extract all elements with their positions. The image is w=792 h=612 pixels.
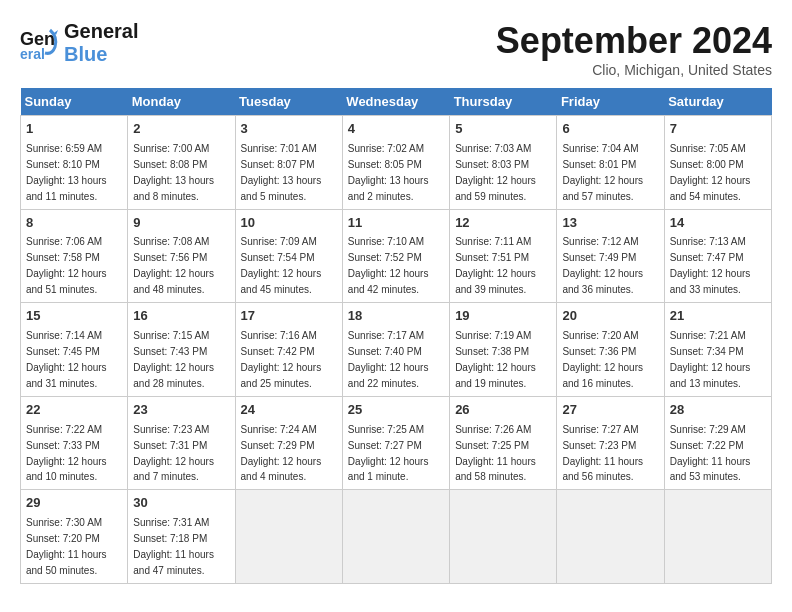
calendar-row-2: 8Sunrise: 7:06 AMSunset: 7:58 PMDaylight… [21, 209, 772, 303]
day-cell-3: 3Sunrise: 7:01 AMSunset: 8:07 PMDaylight… [235, 116, 342, 210]
day-number: 10 [241, 214, 337, 233]
header-monday: Monday [128, 88, 235, 116]
header-friday: Friday [557, 88, 664, 116]
day-cell-25: 25Sunrise: 7:25 AMSunset: 7:27 PMDayligh… [342, 396, 449, 490]
day-cell-7: 7Sunrise: 7:05 AMSunset: 8:00 PMDaylight… [664, 116, 771, 210]
day-info: Sunrise: 7:27 AMSunset: 7:23 PMDaylight:… [562, 424, 643, 483]
day-info: Sunrise: 6:59 AMSunset: 8:10 PMDaylight:… [26, 143, 107, 202]
day-info: Sunrise: 7:16 AMSunset: 7:42 PMDaylight:… [241, 330, 322, 389]
day-number: 30 [133, 494, 229, 513]
day-info: Sunrise: 7:12 AMSunset: 7:49 PMDaylight:… [562, 236, 643, 295]
day-number: 28 [670, 401, 766, 420]
day-info: Sunrise: 7:17 AMSunset: 7:40 PMDaylight:… [348, 330, 429, 389]
day-info: Sunrise: 7:05 AMSunset: 8:00 PMDaylight:… [670, 143, 751, 202]
day-cell-23: 23Sunrise: 7:23 AMSunset: 7:31 PMDayligh… [128, 396, 235, 490]
day-number: 11 [348, 214, 444, 233]
day-number: 20 [562, 307, 658, 326]
day-info: Sunrise: 7:01 AMSunset: 8:07 PMDaylight:… [241, 143, 322, 202]
day-number: 12 [455, 214, 551, 233]
day-number: 6 [562, 120, 658, 139]
day-number: 29 [26, 494, 122, 513]
day-info: Sunrise: 7:04 AMSunset: 8:01 PMDaylight:… [562, 143, 643, 202]
day-cell-18: 18Sunrise: 7:17 AMSunset: 7:40 PMDayligh… [342, 303, 449, 397]
day-number: 3 [241, 120, 337, 139]
day-cell-4: 4Sunrise: 7:02 AMSunset: 8:05 PMDaylight… [342, 116, 449, 210]
logo: Gen eral General Blue [20, 20, 138, 66]
day-info: Sunrise: 7:06 AMSunset: 7:58 PMDaylight:… [26, 236, 107, 295]
day-number: 8 [26, 214, 122, 233]
empty-cell [557, 490, 664, 584]
day-number: 4 [348, 120, 444, 139]
day-cell-26: 26Sunrise: 7:26 AMSunset: 7:25 PMDayligh… [450, 396, 557, 490]
day-number: 17 [241, 307, 337, 326]
day-number: 2 [133, 120, 229, 139]
day-cell-8: 8Sunrise: 7:06 AMSunset: 7:58 PMDaylight… [21, 209, 128, 303]
calendar-row-3: 15Sunrise: 7:14 AMSunset: 7:45 PMDayligh… [21, 303, 772, 397]
day-cell-1: 1Sunrise: 6:59 AMSunset: 8:10 PMDaylight… [21, 116, 128, 210]
day-number: 15 [26, 307, 122, 326]
empty-cell [342, 490, 449, 584]
day-number: 16 [133, 307, 229, 326]
day-info: Sunrise: 7:31 AMSunset: 7:18 PMDaylight:… [133, 517, 214, 576]
day-cell-17: 17Sunrise: 7:16 AMSunset: 7:42 PMDayligh… [235, 303, 342, 397]
day-cell-22: 22Sunrise: 7:22 AMSunset: 7:33 PMDayligh… [21, 396, 128, 490]
day-cell-30: 30Sunrise: 7:31 AMSunset: 7:18 PMDayligh… [128, 490, 235, 584]
logo-line1: General [64, 20, 138, 43]
day-number: 13 [562, 214, 658, 233]
day-number: 7 [670, 120, 766, 139]
day-info: Sunrise: 7:13 AMSunset: 7:47 PMDaylight:… [670, 236, 751, 295]
day-cell-24: 24Sunrise: 7:24 AMSunset: 7:29 PMDayligh… [235, 396, 342, 490]
calendar-row-5: 29Sunrise: 7:30 AMSunset: 7:20 PMDayligh… [21, 490, 772, 584]
day-info: Sunrise: 7:11 AMSunset: 7:51 PMDaylight:… [455, 236, 536, 295]
day-cell-11: 11Sunrise: 7:10 AMSunset: 7:52 PMDayligh… [342, 209, 449, 303]
day-cell-14: 14Sunrise: 7:13 AMSunset: 7:47 PMDayligh… [664, 209, 771, 303]
day-cell-15: 15Sunrise: 7:14 AMSunset: 7:45 PMDayligh… [21, 303, 128, 397]
day-info: Sunrise: 7:20 AMSunset: 7:36 PMDaylight:… [562, 330, 643, 389]
location: Clio, Michigan, United States [496, 62, 772, 78]
day-info: Sunrise: 7:29 AMSunset: 7:22 PMDaylight:… [670, 424, 751, 483]
day-info: Sunrise: 7:26 AMSunset: 7:25 PMDaylight:… [455, 424, 536, 483]
day-info: Sunrise: 7:08 AMSunset: 7:56 PMDaylight:… [133, 236, 214, 295]
calendar-table: Sunday Monday Tuesday Wednesday Thursday… [20, 88, 772, 584]
day-info: Sunrise: 7:14 AMSunset: 7:45 PMDaylight:… [26, 330, 107, 389]
title-block: September 2024 Clio, Michigan, United St… [496, 20, 772, 78]
day-cell-9: 9Sunrise: 7:08 AMSunset: 7:56 PMDaylight… [128, 209, 235, 303]
day-info: Sunrise: 7:30 AMSunset: 7:20 PMDaylight:… [26, 517, 107, 576]
svg-text:eral: eral [20, 46, 45, 61]
day-number: 9 [133, 214, 229, 233]
day-number: 22 [26, 401, 122, 420]
empty-cell [450, 490, 557, 584]
day-number: 27 [562, 401, 658, 420]
header-tuesday: Tuesday [235, 88, 342, 116]
header-wednesday: Wednesday [342, 88, 449, 116]
day-info: Sunrise: 7:09 AMSunset: 7:54 PMDaylight:… [241, 236, 322, 295]
header-thursday: Thursday [450, 88, 557, 116]
day-info: Sunrise: 7:03 AMSunset: 8:03 PMDaylight:… [455, 143, 536, 202]
calendar-row-1: 1Sunrise: 6:59 AMSunset: 8:10 PMDaylight… [21, 116, 772, 210]
page-header: Gen eral General Blue September 2024 Cli… [20, 20, 772, 78]
weekday-header-row: Sunday Monday Tuesday Wednesday Thursday… [21, 88, 772, 116]
day-info: Sunrise: 7:00 AMSunset: 8:08 PMDaylight:… [133, 143, 214, 202]
day-number: 21 [670, 307, 766, 326]
day-number: 19 [455, 307, 551, 326]
day-cell-27: 27Sunrise: 7:27 AMSunset: 7:23 PMDayligh… [557, 396, 664, 490]
day-cell-28: 28Sunrise: 7:29 AMSunset: 7:22 PMDayligh… [664, 396, 771, 490]
day-info: Sunrise: 7:24 AMSunset: 7:29 PMDaylight:… [241, 424, 322, 483]
day-cell-21: 21Sunrise: 7:21 AMSunset: 7:34 PMDayligh… [664, 303, 771, 397]
logo-icon: Gen eral [20, 25, 60, 61]
empty-cell [235, 490, 342, 584]
day-cell-13: 13Sunrise: 7:12 AMSunset: 7:49 PMDayligh… [557, 209, 664, 303]
day-cell-19: 19Sunrise: 7:19 AMSunset: 7:38 PMDayligh… [450, 303, 557, 397]
day-cell-29: 29Sunrise: 7:30 AMSunset: 7:20 PMDayligh… [21, 490, 128, 584]
header-saturday: Saturday [664, 88, 771, 116]
day-number: 1 [26, 120, 122, 139]
day-cell-16: 16Sunrise: 7:15 AMSunset: 7:43 PMDayligh… [128, 303, 235, 397]
day-info: Sunrise: 7:22 AMSunset: 7:33 PMDaylight:… [26, 424, 107, 483]
header-sunday: Sunday [21, 88, 128, 116]
day-info: Sunrise: 7:25 AMSunset: 7:27 PMDaylight:… [348, 424, 429, 483]
day-cell-2: 2Sunrise: 7:00 AMSunset: 8:08 PMDaylight… [128, 116, 235, 210]
day-info: Sunrise: 7:21 AMSunset: 7:34 PMDaylight:… [670, 330, 751, 389]
day-cell-10: 10Sunrise: 7:09 AMSunset: 7:54 PMDayligh… [235, 209, 342, 303]
day-info: Sunrise: 7:19 AMSunset: 7:38 PMDaylight:… [455, 330, 536, 389]
day-cell-20: 20Sunrise: 7:20 AMSunset: 7:36 PMDayligh… [557, 303, 664, 397]
